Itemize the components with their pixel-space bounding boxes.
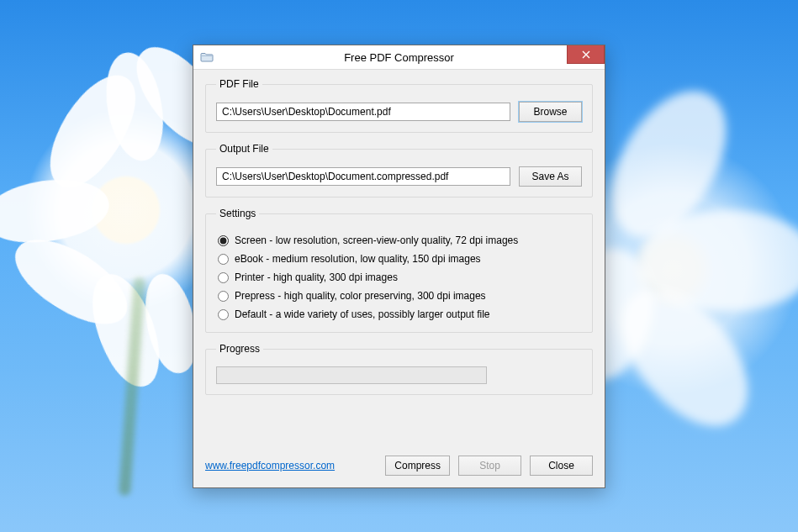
pdf-file-legend: PDF File [216,78,262,90]
settings-option-label: Default - a wide variety of uses, possib… [235,308,489,320]
browse-button[interactable]: Browse [519,102,582,122]
settings-option-printer[interactable]: Printer - high quality, 300 dpi images [218,271,582,283]
settings-legend: Settings [216,208,259,219]
settings-option-label: eBook - medium resolution, low quality, … [235,253,481,265]
settings-option-default[interactable]: Default - a wide variety of uses, possib… [218,308,582,320]
close-dialog-button[interactable]: Close [530,456,593,476]
settings-option-label: Prepress - high quality, color preservin… [235,290,486,302]
stop-button[interactable]: Stop [458,456,521,476]
settings-radio-screen[interactable] [218,235,229,246]
desktop-wallpaper: Free PDF Compressor PDF File Browse Outp… [0,0,798,532]
footer: www.freepdfcompressor.com Compress Stop … [205,454,593,477]
pdf-file-group: PDF File Browse [205,78,593,133]
close-icon [582,50,590,59]
titlebar[interactable]: Free PDF Compressor [193,45,605,70]
settings-radio-prepress[interactable] [218,291,229,302]
settings-option-ebook[interactable]: eBook - medium resolution, low quality, … [218,253,582,265]
output-file-legend: Output File [216,143,272,155]
compress-button[interactable]: Compress [385,456,450,476]
settings-radio-default[interactable] [218,309,229,320]
client-area: PDF File Browse Output File Save As Sett… [193,70,605,487]
settings-option-prepress[interactable]: Prepress - high quality, color preservin… [218,290,582,302]
wallpaper-petal [0,172,113,250]
website-link[interactable]: www.freepdfcompressor.com [205,460,335,471]
progress-legend: Progress [216,343,263,355]
output-file-group: Output File Save As [205,143,593,198]
progress-bar [216,366,487,384]
window-title: Free PDF Compressor [193,45,605,70]
settings-radio-ebook[interactable] [218,254,229,265]
settings-option-label: Printer - high quality, 300 dpi images [235,271,398,283]
settings-radio-printer[interactable] [218,272,229,283]
output-file-input[interactable] [216,167,510,186]
app-window: Free PDF Compressor PDF File Browse Outp… [193,45,605,488]
pdf-file-input[interactable] [216,103,510,121]
close-button[interactable] [567,45,605,64]
progress-group: Progress [205,343,593,395]
save-as-button[interactable]: Save As [519,166,582,187]
settings-option-label: Screen - low resolution, screen-view-onl… [235,234,518,246]
settings-option-screen[interactable]: Screen - low resolution, screen-view-onl… [218,234,582,246]
settings-group: Settings Screen - low resolution, screen… [205,208,593,333]
